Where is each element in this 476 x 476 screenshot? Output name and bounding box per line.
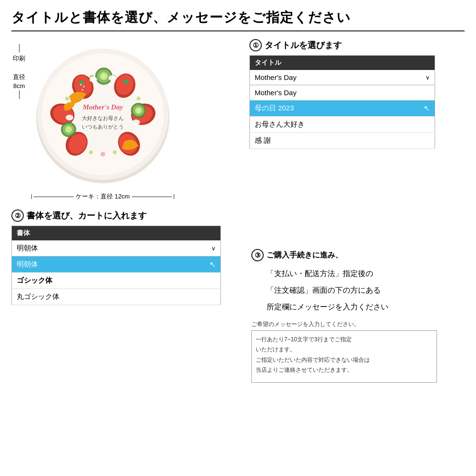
step3-label: ご購入手続きに進み、 [267,250,343,260]
title-dropdown-header-row: タイトル [250,56,435,70]
font-item-mincho[interactable]: 明朝体 ↖ [12,257,220,273]
title-dropdown[interactable]: タイトル Mother's Day ∨ Mother's Day [249,55,435,149]
ruler-cap-left [31,194,32,199]
svg-point-20 [113,150,117,154]
svg-point-53 [66,115,73,120]
font-item-mincho-text: 明朝体 [17,260,38,269]
svg-point-50 [89,77,97,82]
cake-image-container: Mother's Day 大好きなお母さん いつもありがとう [31,44,174,201]
font-dropdown[interactable]: 書体 明朝体 ∨ 明朝体 ↖ [11,226,221,305]
font-item-gothic[interactable]: ゴシック体 [12,273,221,289]
step3-text-block: 「支払い・配送方法」指定後の 「注文確認」画面の下の方にある 所定欄にメッセージ… [267,265,465,316]
step3-message-box[interactable]: 一行あたり7~10文字で3行までご指定いただけます。ご指定いただいた内容で対応で… [251,330,437,383]
step1-area: ① タイトルを選びます タイトル Mother's Day ∨ [249,39,465,149]
font-dropdown-header-row: 書体 [12,226,221,241]
page-container: タイトルと書体を選び、メッセージをご指定ください 印刷 直径 8cm [0,0,476,476]
step2-label: 書体を選び、カートに入れます [27,210,147,221]
step3-area: ③ ご購入手続きに進み、 「支払い・配送方法」指定後の 「注文確認」画面の下の方… [249,249,465,383]
step3-hint: ご希望のメッセージを入力してください。 [251,320,465,328]
content-area: 印刷 直径 8cm [11,39,465,383]
title-item-okasan[interactable]: お母さん大好き [250,117,435,133]
font-item-maru-text: 丸ゴシック体 [17,292,60,300]
measurement-line-bottom [19,90,20,99]
main-title: タイトルと書体を選び、メッセージをご指定ください [11,9,465,31]
svg-point-18 [65,97,69,100]
font-item-row-1[interactable]: ゴシック体 [12,273,221,289]
step3-circle: ③ [251,249,264,261]
ruler-line-right [132,197,172,197]
ruler-label: ケーキ：直径 12cm [76,192,129,201]
right-panel: ① タイトルを選びます タイトル Mother's Day ∨ [240,39,465,383]
svg-text:いつもありがとう: いつもありがとう [82,124,124,130]
title-item-row-2[interactable]: お母さん大好き [250,117,435,133]
title-item-3-text: 感 謝 [255,136,271,144]
svg-point-16 [137,97,140,100]
left-panel: 印刷 直径 8cm [11,39,240,383]
svg-point-52 [132,119,140,125]
font-panel: ② 書体を選び、カートに入れます 書体 明朝体 ∨ [11,209,230,305]
title-cursor-icon: ↖ [424,104,430,113]
title-selected-row[interactable]: Mother's Day ∨ [250,70,435,85]
title-item-row-3[interactable]: 感 謝 [250,133,435,149]
print-label: 印刷 直径 8cm [11,44,27,99]
title-item-1-text: 母の日 2023 [255,104,294,113]
font-selected-value[interactable]: 明朝体 ∨ [12,240,220,257]
svg-point-49 [65,126,72,133]
title-chevron-icon: ∨ [426,74,430,81]
cake-svg: Mother's Day 大好きなお母さん いつもありがとう [31,44,174,187]
font-selected-text: 明朝体 [17,244,38,253]
ruler-line-left [34,197,74,197]
svg-point-42 [102,75,105,78]
svg-point-46 [137,109,140,112]
title-item-2-text: お母さん大好き [255,120,305,128]
cake-section: 印刷 直径 8cm [11,39,240,206]
step1-circle: ① [249,39,262,51]
title-selected-text: Mother's Day [255,73,297,81]
title-item-haha-no-hi[interactable]: 母の日 2023 ↖ [250,100,435,117]
step3-line-3: 所定欄にメッセージを入力ください [267,298,465,315]
font-item-row-0[interactable]: 明朝体 ↖ [12,257,221,273]
svg-point-51 [109,75,116,81]
size-text: 8cm [13,82,25,89]
measurement-line-top [19,44,20,52]
step3-line-1: 「支払い・配送方法」指定後の [267,265,465,282]
font-selected-row[interactable]: 明朝体 ∨ [12,240,221,257]
svg-point-19 [100,152,105,157]
font-item-maru-gothic[interactable]: 丸ゴシック体 [12,289,221,305]
step1-label: タイトルを選びます [265,40,342,51]
step3-header: ③ ご購入手続きに進み、 [251,249,465,261]
chevron-down-icon: ∨ [211,245,216,252]
svg-text:大好きなお母さん: 大好きなお母さん [82,115,124,121]
step2-circle: ② [11,209,24,222]
title-item-row-1[interactable]: 母の日 2023 ↖ [250,100,435,117]
font-item-gothic-text: ゴシック体 [17,276,52,284]
title-item-0-text: Mother's Day [255,89,297,97]
step3-textarea-text: 一行あたり7~10文字で3行までご指定いただけます。ご指定いただいた内容で対応で… [256,336,370,374]
title-selected-value[interactable]: Mother's Day ∨ [250,70,435,85]
title-item-mothers-day[interactable]: Mother's Day [250,85,435,100]
diameter-text: 直径 [13,73,25,81]
ruler-cap-right [174,194,174,199]
font-dropdown-header: 書体 [12,226,221,241]
svg-text:Mother's Day: Mother's Day [82,103,123,111]
title-item-kansha[interactable]: 感 謝 [250,133,435,149]
step3-line-2: 「注文確認」画面の下の方にある [267,282,465,298]
cursor-icon: ↖ [209,260,216,269]
svg-point-21 [89,150,93,154]
title-dropdown-header: タイトル [250,56,435,70]
print-text: 印刷 [13,54,25,63]
cake-ruler: ケーキ：直径 12cm [31,192,174,201]
title-item-row-0[interactable]: Mother's Day [250,85,435,100]
step1-header: ① タイトルを選びます [249,39,465,51]
step2-header: ② 書体を選び、カートに入れます [11,209,230,222]
font-item-row-2[interactable]: 丸ゴシック体 [12,289,221,305]
